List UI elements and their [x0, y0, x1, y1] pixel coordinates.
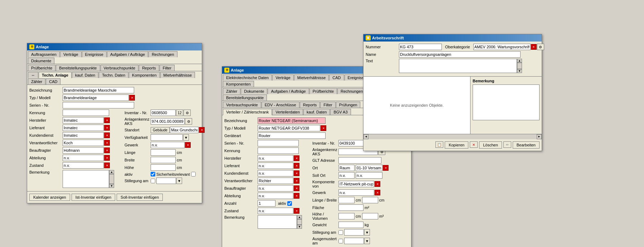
tab2-vertraege[interactable]: Verträge: [272, 74, 294, 81]
tab-techn-daten[interactable]: Techn. Daten: [99, 72, 128, 78]
zustand-clear-btn[interactable]: ✕: [104, 163, 110, 168]
laenge-input[interactable]: [151, 149, 176, 156]
w2-kennung-input[interactable]: [258, 147, 299, 154]
kundendienst-input[interactable]: [63, 132, 104, 139]
w3-nummer-input[interactable]: [399, 44, 442, 50]
w2-breite-input[interactable]: [362, 197, 378, 203]
w3-name-input[interactable]: [399, 51, 521, 58]
typ-modell-clear-btn[interactable]: ✕: [129, 95, 135, 101]
tab2-reports[interactable]: Reports: [300, 102, 320, 108]
inventar-nr-num-btn[interactable]: 12: [176, 110, 183, 116]
hersteller-input[interactable]: [63, 117, 104, 124]
tab-reports[interactable]: Reports: [139, 65, 159, 71]
tab2-edv[interactable]: EDV - Anschlüsse: [262, 102, 299, 108]
w2-beauftragter-clear-btn[interactable]: ✕: [294, 185, 299, 191]
w2-anzahl-input[interactable]: [258, 200, 275, 207]
stilllegung-checkbox[interactable]: [151, 179, 155, 183]
w2-lieferant-input[interactable]: [258, 163, 293, 169]
serien-nr-input[interactable]: [63, 102, 134, 108]
w2-geraeteart-input[interactable]: [258, 132, 326, 139]
subtab-verteilerdaten[interactable]: Verteilerdaten: [272, 109, 303, 115]
hoehe-input[interactable]: [151, 164, 176, 171]
tab2-filter[interactable]: Filter: [320, 102, 335, 108]
beauftragter-clear-btn[interactable]: ✕: [104, 147, 110, 153]
kennung-input[interactable]: [63, 110, 109, 116]
scroll-down-btn[interactable]: ▼: [109, 184, 114, 188]
w2-aktiv-checkbox[interactable]: [287, 201, 292, 206]
tab2-verbrauchspunkte[interactable]: Verbrauchspunkte: [223, 102, 261, 108]
w3-hscroll-left[interactable]: ◄: [364, 134, 369, 139]
tab-mieterh[interactable]: Mietverhältnisse: [160, 72, 195, 78]
scroll-up-btn[interactable]: ▲: [109, 170, 114, 174]
w3-oberkategorie-icon-btn[interactable]: ⚙: [537, 44, 544, 50]
tab2-pruefberichte[interactable]: Prüfberichte: [309, 88, 337, 94]
w2-bemerkung-textarea[interactable]: [258, 215, 297, 229]
w2-kundendienst-clear-btn[interactable]: ✕: [294, 170, 299, 176]
tab-komponenten[interactable]: Komponenten: [129, 72, 160, 78]
w2-verantwortlicher-input[interactable]: [258, 178, 293, 184]
tab2-dokumente[interactable]: Dokumente: [241, 88, 267, 94]
w2-ausgemustert-checkbox[interactable]: [338, 239, 343, 243]
inventar-nr-input[interactable]: [151, 110, 176, 116]
w2-ort-clear-btn[interactable]: ✕: [383, 165, 389, 171]
beauftragter-input[interactable]: [63, 147, 104, 154]
anlagenkennz-icon-btn[interactable]: ⚙: [185, 118, 192, 125]
subtab-bgv[interactable]: BGV A3: [330, 109, 351, 115]
tab-aufgaben[interactable]: Aufgaben / Aufträge: [107, 51, 148, 57]
inventar-nr-icon-btn[interactable]: ⚙: [184, 110, 191, 116]
ist-inventar-btn[interactable]: Ist-Inventar einfügen: [72, 194, 115, 201]
w2-hersteller-input[interactable]: [258, 155, 293, 161]
w2-laenge-input[interactable]: [338, 197, 355, 203]
tab-techn-anlage[interactable]: Techn. Anlage: [39, 72, 72, 78]
subtab-verteiler[interactable]: Verteiler / Zählerschrank: [223, 109, 272, 115]
subtab-kauf-daten[interactable]: kauf. Daten: [303, 109, 330, 115]
w2-gewerk-input[interactable]: [338, 189, 374, 196]
verantwortlicher-input[interactable]: [63, 140, 104, 146]
w2-ausgemustert-dropdown[interactable]: ▼: [364, 238, 370, 244]
tab-bereitstellung[interactable]: Bereitstellungspunkte: [56, 65, 100, 71]
w2-glt-input[interactable]: [338, 157, 381, 164]
w2-stilllegung-dropdown[interactable]: ▼: [364, 229, 370, 236]
w2-stilllegung-checkbox[interactable]: [338, 230, 343, 235]
w2-volumen-input[interactable]: [362, 213, 378, 219]
tab-kauf-daten[interactable]: kauf. Daten: [72, 72, 98, 78]
w2-gewerk-clear-btn[interactable]: ✕: [375, 190, 380, 195]
tab-pruefberichte[interactable]: Prüfberichte: [28, 65, 55, 71]
w2-zustand-input[interactable]: [258, 208, 293, 214]
stilllegung-dropdown[interactable]: ▼: [176, 178, 182, 184]
verantwortlicher-clear-btn[interactable]: ✕: [104, 140, 110, 146]
gewerk-input[interactable]: [151, 142, 185, 148]
standort-gebaeude-btn[interactable]: Gebäude: [151, 127, 170, 133]
tab-vertraege[interactable]: Verträge: [60, 51, 82, 57]
w3-bearbeiten-btn[interactable]: Bearbeiten: [513, 141, 540, 149]
tab2-bereitstellung[interactable]: Bereitstellungspunkte: [223, 95, 267, 101]
w2-ort-input1[interactable]: [338, 165, 355, 171]
tab2-elektro[interactable]: Elektrotechnische Daten: [223, 74, 272, 81]
w3-text-textarea[interactable]: [399, 59, 517, 73]
stilllegung-date-input[interactable]: [156, 178, 176, 184]
kundendienst-clear-btn[interactable]: ✕: [104, 132, 110, 138]
bemerkung-textarea[interactable]: [63, 170, 109, 188]
w2-beauftragter-input[interactable]: [258, 185, 293, 192]
tab2-rechnungen[interactable]: Rechnungen: [337, 88, 366, 94]
tab2-pruefungen[interactable]: Prüfungen: [336, 102, 361, 108]
kalender-btn[interactable]: Kalender anzeigen: [29, 194, 70, 201]
w2-abteilung-input[interactable]: [258, 193, 293, 199]
w3-loeschen-btn[interactable]: Löschen: [479, 141, 502, 149]
verfuegbarkeit-dropdown[interactable]: ▼: [183, 134, 189, 141]
w2-hersteller-clear-btn[interactable]: ✕: [294, 155, 299, 161]
sicherheitsrelevant-checkbox[interactable]: [191, 172, 196, 176]
soll-inventar-btn[interactable]: Soll-Inventar einfügen: [117, 194, 163, 201]
tab-verbrauchspunkte[interactable]: Verbrauchspunkte: [101, 65, 139, 71]
tab2-mieterh[interactable]: Mietverhältnisse: [294, 74, 329, 81]
bezeichnung-input[interactable]: [63, 87, 134, 93]
tab-auftragsserien[interactable]: Auftragsserien: [28, 51, 60, 57]
w3-scroll-down-btn[interactable]: ▼: [517, 69, 522, 73]
w2-komponente-input[interactable]: [338, 181, 374, 187]
w2-flaeche-input[interactable]: [338, 204, 364, 211]
w2-ausgemustert-date-input[interactable]: [344, 238, 364, 244]
w2-lieferant-clear-btn[interactable]: ✕: [294, 163, 299, 169]
w3-hscroll-right[interactable]: ►: [537, 134, 542, 139]
abteilung-clear-btn[interactable]: ✕: [104, 155, 110, 161]
w2-kundendienst-input[interactable]: [258, 170, 293, 176]
